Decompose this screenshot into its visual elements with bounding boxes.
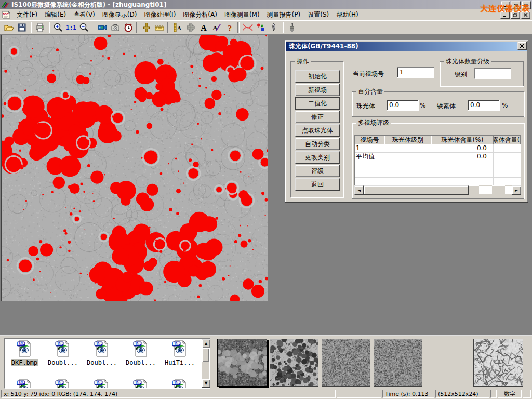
file-item[interactable] (161, 379, 198, 389)
zoom-out-icon[interactable] (77, 21, 90, 34)
help-question-icon[interactable]: ? (223, 21, 236, 34)
caliper-calibrate-icon[interactable]: A (171, 21, 184, 34)
file-item[interactable] (6, 379, 43, 389)
draw-pen-icon[interactable] (267, 21, 280, 34)
bmp-file-icon (16, 340, 33, 357)
menu-image-measure[interactable]: 图像测量(M) (221, 9, 263, 20)
col-pearlite-content[interactable]: 珠光体含量(%) (431, 136, 494, 144)
binarize-button[interactable]: 二值化 (295, 97, 340, 110)
image-size-status: (512x512x24) (435, 390, 489, 398)
return-button[interactable]: 返回 (295, 178, 340, 191)
calibration-curves-icon[interactable] (241, 21, 254, 34)
toolbar-separator (136, 22, 138, 33)
toolbar-separator (92, 22, 94, 33)
multiview-group-label: 多视场评级 (356, 119, 391, 126)
pearlite-dialog: 珠光体(GB/T9441-88) 操作 初始化 新视场 二值化 修正 点取珠光体… (285, 40, 528, 203)
scroll-right-icon[interactable]: ► (512, 185, 521, 195)
change-class-button[interactable]: 更改类别 (295, 151, 340, 164)
scrollbar-thumb[interactable] (202, 348, 209, 362)
snapshot-camera-icon[interactable] (109, 21, 122, 34)
dialog-close-icon[interactable] (517, 42, 527, 50)
menu-help[interactable]: 帮助(H) (332, 9, 362, 20)
menu-settings[interactable]: 设置(S) (304, 9, 332, 20)
menu-measure-report[interactable]: 测量报告(P) (263, 9, 304, 20)
current-view-input[interactable]: 1 (397, 67, 434, 78)
menu-image-display[interactable]: 图像显示(D) (99, 9, 141, 20)
micrograph-thumbnail-2[interactable] (270, 339, 318, 387)
menu-image-process[interactable]: 图像处理(I) (140, 9, 179, 20)
print-icon[interactable] (33, 21, 46, 34)
rate-button[interactable]: 评级 (295, 165, 340, 177)
micrograph-thumbnail-4[interactable] (374, 339, 422, 387)
menu-file[interactable]: 文件(F) (13, 9, 41, 20)
file-item[interactable]: DKF.bmp (6, 340, 43, 366)
open-file-icon[interactable] (2, 21, 15, 34)
fill-brush-icon[interactable] (285, 21, 298, 34)
grade-group: 珠光体数量分级 级别 (440, 61, 524, 86)
scrollbar-track[interactable] (469, 185, 512, 194)
table-row[interactable]: 平均值 0.0 (355, 153, 521, 161)
menu-edit[interactable]: 编辑(E) (41, 9, 70, 20)
file-item[interactable]: Doubl... (122, 340, 159, 366)
file-name: Doubl... (86, 359, 117, 366)
col-ferrite-content[interactable]: 铁素体含量(%) (494, 136, 521, 144)
edit-text-icon[interactable]: A (210, 21, 223, 34)
init-button[interactable]: 初始化 (295, 70, 340, 83)
micrograph-thumbnail-3[interactable] (322, 339, 370, 387)
file-name: Doubl... (125, 359, 156, 366)
micrograph-image[interactable] (1, 35, 268, 301)
bmp-file-icon (132, 379, 149, 389)
table-hscrollbar: ◄ ► (354, 185, 521, 194)
correct-button[interactable]: 修正 (295, 111, 340, 123)
svg-text:3: 3 (261, 25, 262, 29)
operation-group-label: 操作 (295, 58, 311, 65)
ferrite-pct-input[interactable]: 0.0 (468, 100, 500, 111)
menu-image-analysis[interactable]: 图像分析(A) (179, 9, 221, 20)
cell-ferrite-content (494, 144, 521, 153)
bmp-file-icon (94, 340, 110, 357)
svg-text:A: A (212, 24, 218, 32)
zoom-in-icon[interactable] (51, 21, 64, 34)
file-item[interactable]: Doubl... (83, 340, 121, 366)
scroll-down-icon[interactable]: ▼ (202, 379, 210, 388)
file-item[interactable] (122, 379, 159, 389)
dialog-title-bar[interactable]: 珠光体(GB/T9441-88) (286, 42, 527, 51)
svg-text:A: A (177, 25, 181, 31)
grid-measure-icon[interactable] (184, 21, 197, 34)
file-item[interactable] (44, 379, 82, 389)
cell-grade (384, 153, 431, 161)
status-empty-panel (490, 390, 497, 398)
timer-clock-icon[interactable] (122, 21, 135, 34)
grade-input[interactable] (474, 68, 511, 79)
phase-classify-balls-icon[interactable]: 3 (254, 21, 267, 34)
auto-classify-button[interactable]: 自动分类 (295, 138, 340, 150)
file-item[interactable]: HuiTi... (161, 340, 198, 366)
bmp-file-icon (132, 340, 149, 357)
actual-size-icon[interactable]: 1:1 (64, 21, 77, 34)
scrollbar-thumb[interactable] (364, 185, 469, 195)
svg-text:A: A (201, 23, 207, 32)
col-pearlite-grade[interactable]: 珠光体级别 (384, 136, 431, 144)
ruler-horizontal-icon[interactable] (153, 21, 166, 34)
save-icon[interactable] (15, 21, 28, 34)
pearlite-pct-input[interactable]: 0.0 (387, 100, 419, 111)
menu-view[interactable]: 查看(V) (70, 9, 99, 20)
pick-pearlite-button[interactable]: 点取珠光体 (295, 124, 340, 137)
cell-pearlite-content: 0.0 (431, 144, 494, 153)
scroll-up-icon[interactable]: ▲ (202, 339, 210, 348)
table-row-empty (355, 178, 521, 186)
file-item[interactable] (83, 379, 121, 389)
file-item[interactable]: Doubl... (44, 340, 82, 366)
ferrite-pct-label: 铁素体 (437, 102, 456, 111)
new-view-button[interactable]: 新视场 (295, 84, 340, 96)
scroll-left-icon[interactable]: ◄ (354, 185, 364, 195)
grade-label: 级别 (455, 70, 467, 79)
micrograph-thumbnail-5[interactable] (473, 339, 523, 387)
caliper-vertical-icon[interactable] (140, 21, 153, 34)
toolbar-separator (167, 22, 169, 33)
col-view-no[interactable]: 视场号 (355, 136, 384, 144)
text-annotate-icon[interactable]: A (197, 21, 210, 34)
table-row[interactable]: 1 0.0 (355, 144, 521, 153)
micrograph-thumbnail-1[interactable] (217, 339, 267, 387)
video-capture-icon[interactable] (96, 21, 109, 34)
